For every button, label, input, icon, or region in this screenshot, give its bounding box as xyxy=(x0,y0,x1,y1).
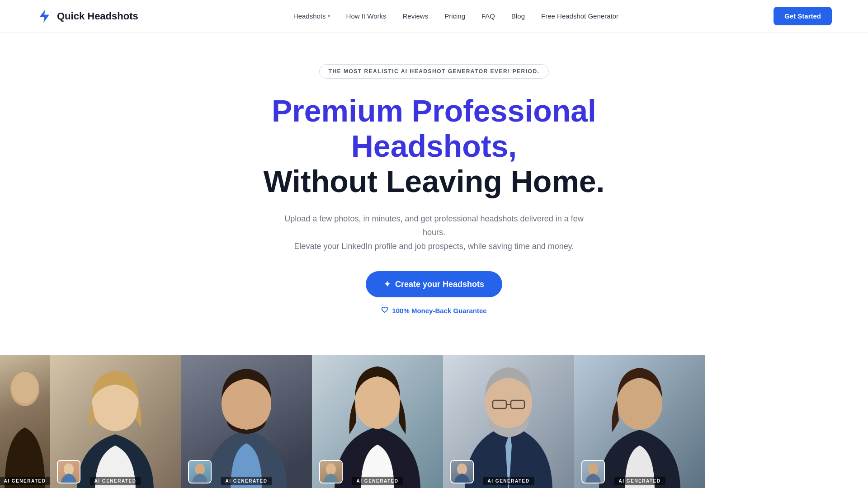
nav-link-free-generator[interactable]: Free Headshot Generator xyxy=(541,12,618,20)
svg-point-1 xyxy=(11,372,38,404)
svg-point-18 xyxy=(457,464,467,475)
thumbnail-2 xyxy=(57,460,80,483)
gallery-card-5: AI GENERATED xyxy=(443,355,574,488)
money-back-guarantee: 🛡 100% Money-Back Guarantee xyxy=(381,306,486,314)
hero-subtitle: Upload a few photos, in minutes, and get… xyxy=(276,212,592,253)
gallery-card-1: AI GENERATED xyxy=(0,355,50,488)
thumb-image-4 xyxy=(320,461,342,483)
nav-item-free-generator[interactable]: Free Headshot Generator xyxy=(541,12,618,20)
hero-title: Premium Professional Headshots, Without … xyxy=(231,93,637,199)
thumb-image-5 xyxy=(451,461,473,483)
nav-item-reviews[interactable]: Reviews xyxy=(402,12,428,20)
ai-badge-3: AI GENERATED xyxy=(221,477,272,485)
cta-button-label: Create your Headshots xyxy=(395,280,484,289)
gallery-card-4: AI GENERATED xyxy=(312,355,443,488)
svg-point-21 xyxy=(588,464,598,475)
svg-point-12 xyxy=(326,464,336,475)
get-started-button[interactable]: Get Started xyxy=(774,7,832,25)
money-back-text: 100% Money-Back Guarantee xyxy=(392,307,486,314)
gallery-card-3: AI GENERATED xyxy=(181,355,312,488)
thumb-image-2 xyxy=(58,461,80,483)
photo-gallery: AI GENERATED xyxy=(0,355,868,488)
create-headshots-button[interactable]: ✦ Create your Headshots xyxy=(366,271,502,297)
nav-logo[interactable]: Quick Headshots xyxy=(36,8,138,24)
nav-link-headshots[interactable]: Headshots ▾ xyxy=(293,12,330,20)
ai-badge-4: AI GENERATED xyxy=(352,477,403,485)
nav-item-pricing[interactable]: Pricing xyxy=(444,12,465,20)
ai-badge-6: AI GENERATED xyxy=(614,477,665,485)
hero-subtitle-line1: Upload a few photos, in minutes, and get… xyxy=(284,214,583,237)
thumb-image-6 xyxy=(582,461,604,483)
thumbnail-3 xyxy=(188,460,212,483)
nav-item-how-it-works[interactable]: How It Works xyxy=(346,12,387,20)
nav-links: Headshots ▾ How It Works Reviews Pricing… xyxy=(293,12,618,20)
nav-item-headshots[interactable]: Headshots ▾ xyxy=(293,12,330,20)
nav-link-how-it-works[interactable]: How It Works xyxy=(346,12,387,20)
thumbnail-5 xyxy=(450,460,474,483)
thumb-image-3 xyxy=(189,461,211,483)
hero-section: THE MOST REALISTIC AI HEADSHOT GENERATOR… xyxy=(0,33,868,337)
nav-link-faq[interactable]: FAQ xyxy=(481,12,495,20)
hero-title-line2: Without Leaving Home. xyxy=(264,164,605,198)
hero-subtitle-line2: Elevate your LinkedIn profile and job pr… xyxy=(294,242,574,251)
person-silhouette-1 xyxy=(0,355,50,488)
ai-badge-2: AI GENERATED xyxy=(90,477,141,485)
navbar: Quick Headshots Headshots ▾ How It Works… xyxy=(0,0,868,33)
nav-item-faq[interactable]: FAQ xyxy=(481,12,495,20)
svg-point-20 xyxy=(617,378,662,430)
logo-text: Quick Headshots xyxy=(57,10,138,22)
nav-link-reviews[interactable]: Reviews xyxy=(402,12,428,20)
nav-link-pricing[interactable]: Pricing xyxy=(444,12,465,20)
svg-point-5 xyxy=(64,464,74,475)
ai-badge-5: AI GENERATED xyxy=(483,477,534,485)
sparkle-icon: ✦ xyxy=(384,279,391,289)
thumbnail-6 xyxy=(581,460,605,483)
gallery-card-2: AI GENERATED xyxy=(50,355,181,488)
nav-link-blog[interactable]: Blog xyxy=(511,12,525,20)
thumbnail-4 xyxy=(319,460,343,483)
gallery-card-6: AI GENERATED xyxy=(574,355,705,488)
svg-point-11 xyxy=(355,376,400,429)
shield-icon: 🛡 xyxy=(381,306,388,314)
hero-title-line1: Premium Professional Headshots, xyxy=(272,94,596,163)
ai-badge-1: AI GENERATED xyxy=(0,477,50,485)
svg-point-9 xyxy=(195,464,205,475)
hero-badge: THE MOST REALISTIC AI HEADSHOT GENERATOR… xyxy=(319,64,549,79)
logo-icon xyxy=(36,8,52,24)
chevron-down-icon: ▾ xyxy=(328,14,330,19)
nav-item-blog[interactable]: Blog xyxy=(511,12,525,20)
